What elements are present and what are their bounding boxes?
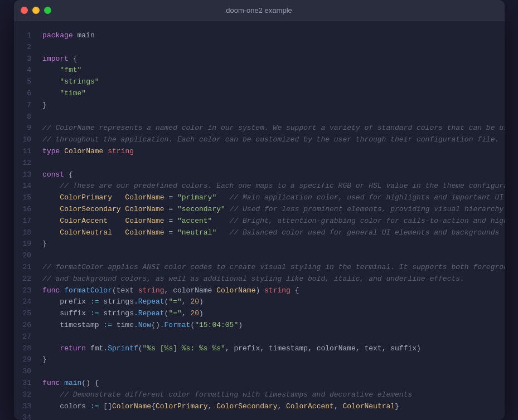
line-number: 11	[14, 146, 38, 158]
line-number: 5	[14, 76, 38, 88]
line-30: 30	[14, 366, 505, 378]
line-content: ColorSecondary ColorName = "secondary" /…	[38, 204, 504, 216]
line-content: ColorAccent ColorName = "accent" // Brig…	[38, 216, 504, 227]
line-content: "fmt"	[38, 65, 504, 76]
line-number: 7	[14, 100, 38, 111]
line-21: 21 // formatColor applies ANSI color cod…	[14, 262, 505, 274]
line-33: 33 colors := []ColorName{ColorPrimary, C…	[14, 401, 505, 413]
line-content: import {	[38, 53, 504, 65]
line-number: 20	[14, 250, 38, 262]
line-number: 6	[14, 88, 38, 100]
line-number: 24	[14, 296, 38, 308]
line-content: // formatColor applies ANSI color codes …	[38, 262, 504, 274]
code-table: 1 package main 2 3 import { 4 "fmt"	[14, 30, 505, 420]
line-29: 29 }	[14, 354, 505, 366]
line-number: 27	[14, 331, 38, 343]
line-content: ColorPrimary ColorName = "primary" // Ma…	[38, 192, 504, 204]
line-content: }	[38, 100, 504, 111]
line-number: 30	[14, 366, 38, 378]
line-31: 31 func main() {	[14, 378, 505, 389]
line-16: 16 ColorSecondary ColorName = "secondary…	[14, 204, 505, 216]
line-content: // Demonstrate different color formattin…	[38, 389, 504, 401]
line-number: 32	[14, 389, 38, 401]
line-number: 25	[14, 308, 38, 320]
close-button[interactable]	[21, 7, 28, 14]
line-number: 21	[14, 262, 38, 274]
line-15: 15 ColorPrimary ColorName = "primary" //…	[14, 192, 505, 204]
line-number: 9	[14, 123, 38, 134]
line-content	[38, 42, 504, 53]
line-number: 8	[14, 111, 38, 123]
line-content	[38, 412, 504, 420]
line-content: const {	[38, 169, 504, 181]
line-number: 4	[14, 65, 38, 76]
line-number: 10	[14, 134, 38, 146]
line-content: ColorNeutral ColorName = "neutral" // Ba…	[38, 227, 504, 239]
line-content: func main() {	[38, 378, 504, 389]
line-14: 14 // These are our predefined colors. E…	[14, 180, 505, 192]
line-content: prefix := strings.Repeat("=", 20)	[38, 296, 504, 308]
line-27: 27	[14, 331, 505, 343]
line-number: 28	[14, 343, 38, 355]
line-26: 26 timestamp := time.Now().Format("15:04…	[14, 320, 505, 331]
line-34: 34	[14, 412, 505, 420]
line-19: 19 }	[14, 238, 505, 250]
line-number: 15	[14, 192, 38, 204]
line-content	[38, 331, 504, 343]
line-number: 12	[14, 158, 38, 169]
line-content: package main	[38, 30, 504, 42]
line-8: 8	[14, 111, 505, 123]
line-32: 32 // Demonstrate different color format…	[14, 389, 505, 401]
line-number: 18	[14, 227, 38, 239]
line-content	[38, 158, 504, 169]
window-title: doom-one2 example	[226, 6, 292, 14]
line-11: 11 type ColorName string	[14, 146, 505, 158]
line-content	[38, 250, 504, 262]
line-22: 22 // and background colors, as well as …	[14, 274, 505, 285]
line-number: 22	[14, 274, 38, 285]
line-23: 23 func formatColor(text string, colorNa…	[14, 285, 505, 297]
line-number: 23	[14, 285, 38, 297]
line-content: }	[38, 238, 504, 250]
traffic-lights	[21, 7, 51, 14]
line-number: 2	[14, 42, 38, 53]
line-content	[38, 366, 504, 378]
line-content: timestamp := time.Now().Format("15:04:05…	[38, 320, 504, 331]
line-content: func formatColor(text string, colorName …	[38, 285, 504, 297]
minimize-button[interactable]	[32, 7, 40, 14]
line-28: 28 return fmt.Sprintf("%s [%s] %s: %s %s…	[14, 343, 505, 355]
line-7: 7 }	[14, 100, 505, 111]
line-20: 20	[14, 250, 505, 262]
window: doom-one2 example 1 package main 2 3 imp…	[14, 0, 505, 420]
line-24: 24 prefix := strings.Repeat("=", 20)	[14, 296, 505, 308]
line-number: 31	[14, 378, 38, 389]
line-number: 17	[14, 216, 38, 227]
line-5: 5 "strings"	[14, 76, 505, 88]
line-number: 3	[14, 53, 38, 65]
code-editor[interactable]: 1 package main 2 3 import { 4 "fmt"	[14, 21, 505, 420]
line-6: 6 "time"	[14, 88, 505, 100]
line-12: 12	[14, 158, 505, 169]
line-content: // These are our predefined colors. Each…	[38, 180, 504, 192]
line-number: 26	[14, 320, 38, 331]
line-content: // throughout the application. Each colo…	[38, 134, 504, 146]
line-content: "time"	[38, 88, 504, 100]
line-content: return fmt.Sprintf("%s [%s] %s: %s %s", …	[38, 343, 504, 355]
line-number: 13	[14, 169, 38, 181]
line-content: suffix := strings.Repeat("=", 20)	[38, 308, 504, 320]
line-number: 16	[14, 204, 38, 216]
line-number: 19	[14, 238, 38, 250]
titlebar: doom-one2 example	[14, 0, 505, 21]
line-content: // and background colors, as well as add…	[38, 274, 504, 285]
line-17: 17 ColorAccent ColorName = "accent" // B…	[14, 216, 505, 227]
line-content: colors := []ColorName{ColorPrimary, Colo…	[38, 401, 504, 413]
maximize-button[interactable]	[44, 7, 51, 14]
line-4: 4 "fmt"	[14, 65, 505, 76]
line-number: 29	[14, 354, 38, 366]
line-9: 9 // ColorName represents a named color …	[14, 123, 505, 134]
line-number: 14	[14, 180, 38, 192]
line-number: 34	[14, 412, 38, 420]
line-content: // ColorName represents a named color in…	[38, 123, 504, 134]
line-2: 2	[14, 42, 505, 53]
line-content: type ColorName string	[38, 146, 504, 158]
